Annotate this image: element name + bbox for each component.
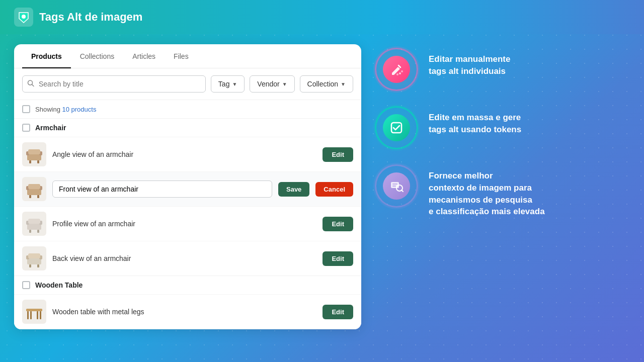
feature-label-3: Fornece melhorcontexto de imagem paramec… — [429, 170, 630, 218]
vendor-filter-button[interactable]: Vendor ▼ — [250, 75, 294, 93]
edit-button-4[interactable]: Edit — [323, 251, 353, 266]
svg-rect-32 — [37, 311, 38, 319]
svg-line-3 — [32, 84, 34, 86]
feature-icon-wrap-2 — [376, 108, 417, 148]
showing-text: Showing 10 products — [35, 106, 96, 113]
armchair-back-image — [23, 247, 45, 269]
product-alt-3: Profile view of an armchair — [52, 220, 316, 228]
tag-chevron-icon: ▼ — [232, 81, 237, 87]
wooden-table-group: Wooden Table Wooden table with metal leg… — [14, 276, 361, 329]
tabs-bar: Products Collections Articles Files — [14, 44, 361, 68]
product-alt-5: Wooden table with metal legs — [52, 308, 316, 316]
features-panel: Editar manualmentetags alt individuais E… — [371, 44, 630, 218]
svg-point-34 — [396, 73, 398, 75]
feature-item-2: Edite em massa e geretags alt usando tok… — [376, 108, 630, 148]
svg-rect-31 — [30, 311, 32, 319]
logo-icon — [14, 8, 33, 27]
feature-text-3: Fornece melhorcontexto de imagem paramec… — [429, 166, 630, 218]
select-all-checkbox[interactable] — [22, 105, 30, 113]
toolbar: Tag ▼ Vendor ▼ Collection ▼ — [14, 68, 361, 100]
svg-rect-30 — [40, 311, 41, 319]
wooden-table-group-header: Wooden Table — [14, 276, 361, 294]
edit-individual-icon — [383, 56, 410, 83]
tab-files[interactable]: Files — [165, 44, 198, 68]
tab-products[interactable]: Products — [22, 44, 71, 68]
showing-row: Showing 10 products — [14, 100, 361, 119]
armchair-group-header: Armchair — [14, 119, 361, 137]
svg-rect-15 — [37, 195, 39, 198]
svg-rect-7 — [28, 149, 40, 154]
cancel-button[interactable]: Cancel — [315, 182, 353, 197]
svg-rect-22 — [27, 257, 41, 264]
logo: Tags Alt de imagem — [14, 8, 142, 27]
product-alt-4: Back view of an armchair — [52, 254, 316, 262]
svg-rect-10 — [27, 188, 41, 195]
edit-button-5[interactable]: Edit — [323, 305, 353, 319]
feature-text-1: Editar manualmentetags alt individuais — [429, 49, 630, 77]
search-icon — [27, 80, 34, 88]
product-thumb-2 — [22, 177, 46, 201]
collection-filter-button[interactable]: Collection ▼ — [300, 75, 353, 93]
vendor-chevron-icon: ▼ — [282, 81, 287, 87]
svg-rect-21 — [37, 230, 39, 233]
svg-rect-14 — [29, 195, 31, 198]
table-row: Angle view of an armchair Edit — [14, 137, 361, 171]
feature-label-1: Editar manualmentetags alt individuais — [429, 53, 630, 77]
feature-text-2: Edite em massa e geretags alt usando tok… — [429, 108, 630, 136]
svg-line-39 — [401, 190, 403, 192]
wooden-table-group-title: Wooden Table — [35, 281, 83, 289]
alt-text-input[interactable] — [52, 180, 272, 198]
svg-rect-29 — [27, 311, 29, 319]
tab-articles[interactable]: Articles — [123, 44, 165, 68]
product-thumb-3 — [22, 212, 46, 236]
tab-collections[interactable]: Collections — [71, 44, 123, 68]
wooden-table-group-checkbox[interactable] — [22, 281, 30, 289]
armchair-group-title: Armchair — [35, 124, 66, 132]
svg-rect-28 — [26, 309, 42, 311]
product-thumb-1 — [22, 142, 46, 166]
svg-rect-41 — [392, 186, 396, 187]
svg-rect-13 — [28, 184, 40, 189]
svg-rect-19 — [28, 219, 40, 224]
table-row: Save Cancel — [14, 171, 361, 206]
svg-point-35 — [401, 70, 403, 72]
svg-rect-4 — [27, 153, 41, 160]
armchair-group-checkbox[interactable] — [22, 124, 30, 132]
svg-rect-26 — [29, 264, 31, 267]
edit-button-1[interactable]: Edit — [323, 147, 353, 162]
feature-item-3: Fornece melhorcontexto de imagem paramec… — [376, 166, 630, 218]
armchair-group: Armchair Angle view of an armchair Edit — [14, 119, 361, 276]
tag-filter-button[interactable]: Tag ▼ — [211, 75, 245, 93]
search-context-icon — [383, 172, 410, 200]
search-wrapper — [22, 75, 206, 93]
wooden-table-image — [23, 301, 45, 323]
save-button[interactable]: Save — [278, 182, 309, 197]
svg-rect-8 — [29, 160, 31, 163]
product-thumb-5 — [22, 300, 46, 324]
armchair-angle-image — [23, 143, 45, 165]
header-title: Tags Alt de imagem — [39, 11, 142, 24]
table-row: Profile view of an armchair Edit — [14, 206, 361, 241]
svg-rect-25 — [28, 253, 40, 258]
feature-label-2: Edite em massa e geretags alt usando tok… — [429, 112, 630, 136]
feature-item-1: Editar manualmentetags alt individuais — [376, 49, 630, 89]
armchair-profile-image — [23, 213, 45, 235]
search-input[interactable] — [22, 75, 206, 93]
app-card: Products Collections Articles Files Tag … — [14, 44, 361, 329]
svg-point-33 — [399, 72, 401, 74]
collection-chevron-icon: ▼ — [341, 81, 346, 87]
product-count: 10 products — [62, 106, 96, 113]
feature-icon-wrap-1 — [376, 49, 417, 89]
header: Tags Alt de imagem — [0, 0, 644, 34]
svg-rect-20 — [29, 230, 31, 233]
svg-rect-16 — [27, 223, 41, 230]
svg-point-1 — [22, 15, 26, 19]
bulk-edit-icon — [383, 114, 410, 141]
table-row: Wooden table with metal legs Edit — [14, 294, 361, 329]
svg-rect-9 — [37, 160, 39, 163]
feature-icon-wrap-3 — [376, 166, 417, 206]
edit-button-3[interactable]: Edit — [323, 217, 353, 231]
table-row: Back view of an armchair Edit — [14, 241, 361, 276]
svg-rect-40 — [392, 184, 397, 185]
product-thumb-4 — [22, 246, 46, 270]
